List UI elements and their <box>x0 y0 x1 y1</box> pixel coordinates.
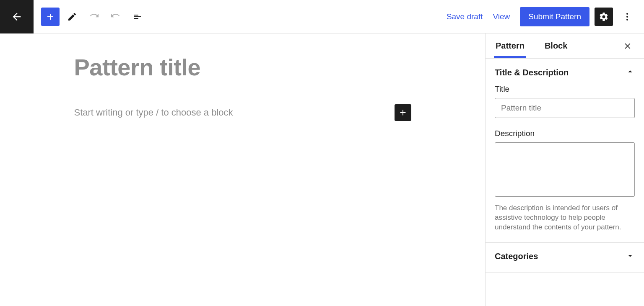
redo-button[interactable] <box>106 8 125 26</box>
arrow-left-icon <box>11 11 23 23</box>
close-sidebar-button[interactable] <box>621 39 636 54</box>
tools-button[interactable] <box>63 8 81 26</box>
save-draft-button[interactable]: Save draft <box>447 12 483 21</box>
left-tool-cluster <box>41 8 147 26</box>
chevron-down-icon <box>626 251 635 262</box>
default-block-row: Start writing or type / to choose a bloc… <box>74 104 411 121</box>
view-button[interactable]: View <box>493 12 510 21</box>
gear-icon <box>599 12 609 22</box>
title-input[interactable] <box>495 98 635 118</box>
panel-categories: Categories <box>486 243 644 273</box>
chevron-up-icon <box>626 67 635 78</box>
editor-toolbar: Save draft View Submit Pattern <box>0 0 644 33</box>
right-tool-cluster: Save draft View Submit Pattern <box>447 7 644 26</box>
panel-categories-toggle[interactable]: Categories <box>495 251 635 262</box>
panel-title-description-label: Title & Description <box>495 68 569 77</box>
plus-icon <box>398 108 408 117</box>
close-icon <box>624 42 632 50</box>
plus-icon <box>45 12 55 22</box>
tab-pattern[interactable]: Pattern <box>494 33 526 58</box>
more-options-button[interactable] <box>618 8 636 26</box>
settings-button[interactable] <box>595 8 613 26</box>
settings-sidebar: Pattern Block Title & Description Title <box>486 33 644 306</box>
svg-point-0 <box>626 13 628 15</box>
sidebar-tabs: Pattern Block <box>486 33 644 59</box>
panel-title-description: Title & Description Title Description Th… <box>486 59 644 243</box>
pattern-title-input[interactable]: Pattern title <box>74 54 411 81</box>
undo-button[interactable] <box>85 8 103 26</box>
description-field-label: Description <box>495 129 635 138</box>
svg-point-2 <box>626 19 628 21</box>
document-overview-button[interactable] <box>128 8 147 26</box>
pencil-icon <box>67 12 77 22</box>
description-help-text: The description is intended for users of… <box>495 203 635 232</box>
editor-canvas: Pattern title Start writing or type / to… <box>0 33 486 306</box>
tab-block[interactable]: Block <box>543 33 569 58</box>
panel-categories-label: Categories <box>495 252 538 261</box>
editor-main: Pattern title Start writing or type / to… <box>0 33 644 306</box>
back-button[interactable] <box>0 0 34 33</box>
list-icon <box>132 12 143 22</box>
submit-pattern-button[interactable]: Submit Pattern <box>520 7 589 26</box>
panel-title-description-toggle[interactable]: Title & Description <box>495 67 635 78</box>
description-textarea[interactable] <box>495 142 635 197</box>
undo-icon <box>89 12 99 22</box>
title-field-label: Title <box>495 85 635 94</box>
add-block-button[interactable] <box>41 8 60 26</box>
ellipsis-vertical-icon <box>622 12 632 22</box>
redo-icon <box>111 12 121 22</box>
block-placeholder-text[interactable]: Start writing or type / to choose a bloc… <box>74 107 233 118</box>
inline-add-block-button[interactable] <box>395 104 411 121</box>
svg-point-1 <box>626 16 628 18</box>
